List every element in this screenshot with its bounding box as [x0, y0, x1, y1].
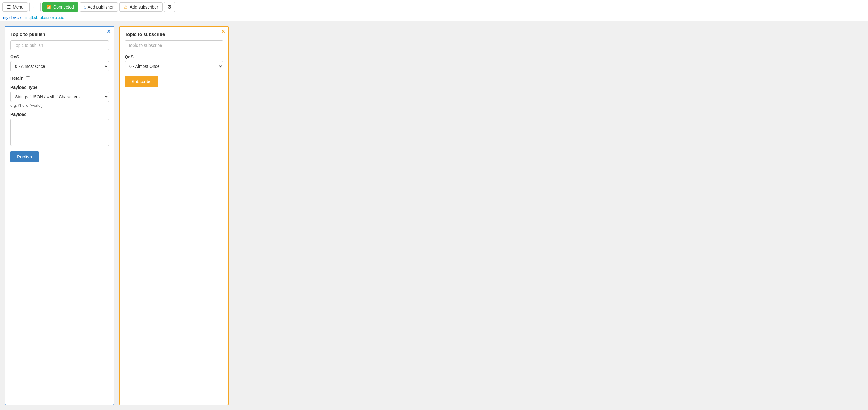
- subscriber-qos-select[interactable]: 0 - Almost Once 1 - At Least Once 2 - Ex…: [125, 61, 223, 71]
- menu-label: Menu: [13, 5, 23, 9]
- back-icon: [33, 4, 37, 10]
- retain-label: Retain: [10, 76, 23, 81]
- publisher-qos-label: QoS: [10, 55, 109, 59]
- subscriber-qos-group: QoS 0 - Almost Once 1 - At Least Once 2 …: [125, 55, 223, 71]
- back-button[interactable]: [29, 2, 41, 12]
- payload-group: Payload: [10, 112, 109, 147]
- connected-button[interactable]: Connected: [42, 2, 79, 11]
- subscriber-panel: ✕ Topic to subscribe QoS 0 - Almost Once…: [119, 26, 229, 405]
- publisher-close-button[interactable]: ✕: [107, 29, 111, 34]
- add-subscriber-button[interactable]: Add subscriber: [119, 2, 162, 11]
- publisher-title: Topic to publish: [10, 32, 109, 37]
- main-content: ✕ Topic to publish QoS 0 - Almost Once 1…: [0, 21, 868, 410]
- subscribe-button[interactable]: Subscribe: [125, 76, 158, 87]
- publisher-topic-input[interactable]: [10, 40, 109, 50]
- payload-textarea[interactable]: [10, 119, 109, 146]
- subscriber-qos-label: QoS: [125, 55, 223, 59]
- publisher-qos-group: QoS 0 - Almost Once 1 - At Least Once 2 …: [10, 55, 109, 71]
- publisher-topic-group: [10, 40, 109, 50]
- breadcrumb: my device – mqtt://broker.nexpie.io: [0, 14, 868, 21]
- payload-label: Payload: [10, 112, 109, 117]
- breadcrumb-separator: –: [21, 15, 25, 20]
- subscriber-title: Topic to subscribe: [125, 32, 223, 37]
- connected-label: Connected: [53, 5, 74, 9]
- publisher-qos-select[interactable]: 0 - Almost Once 1 - At Least Once 2 - Ex…: [10, 61, 109, 71]
- toolbar: Menu Connected Add publisher Add subscri…: [0, 0, 868, 14]
- menu-icon: [7, 5, 11, 9]
- broker-url: mqtt://broker.nexpie.io: [25, 15, 64, 20]
- payload-type-select[interactable]: Strings / JSON / XML / Characters Hex Ba…: [10, 92, 109, 102]
- retain-checkbox[interactable]: [26, 76, 30, 80]
- warning-icon: [124, 5, 128, 9]
- publish-button[interactable]: Publish: [10, 151, 39, 162]
- payload-type-group: Payload Type Strings / JSON / XML / Char…: [10, 85, 109, 108]
- subscriber-topic-input[interactable]: [125, 40, 223, 50]
- retain-row: Retain: [10, 76, 109, 81]
- subscriber-close-button[interactable]: ✕: [221, 29, 225, 34]
- add-publisher-label: Add publisher: [88, 5, 114, 9]
- payload-hint: e.g: {'hello':'world'}: [10, 103, 109, 108]
- device-link[interactable]: my device: [3, 15, 21, 20]
- add-subscriber-label: Add subscriber: [130, 5, 158, 9]
- info-icon: [84, 5, 86, 9]
- signal-icon: [46, 5, 52, 9]
- add-publisher-button[interactable]: Add publisher: [80, 2, 118, 11]
- subscriber-topic-group: [125, 40, 223, 50]
- menu-button[interactable]: Menu: [2, 2, 28, 11]
- gear-icon: [167, 4, 172, 10]
- publisher-panel: ✕ Topic to publish QoS 0 - Almost Once 1…: [5, 26, 114, 405]
- payload-type-label: Payload Type: [10, 85, 109, 90]
- settings-button[interactable]: [164, 2, 175, 12]
